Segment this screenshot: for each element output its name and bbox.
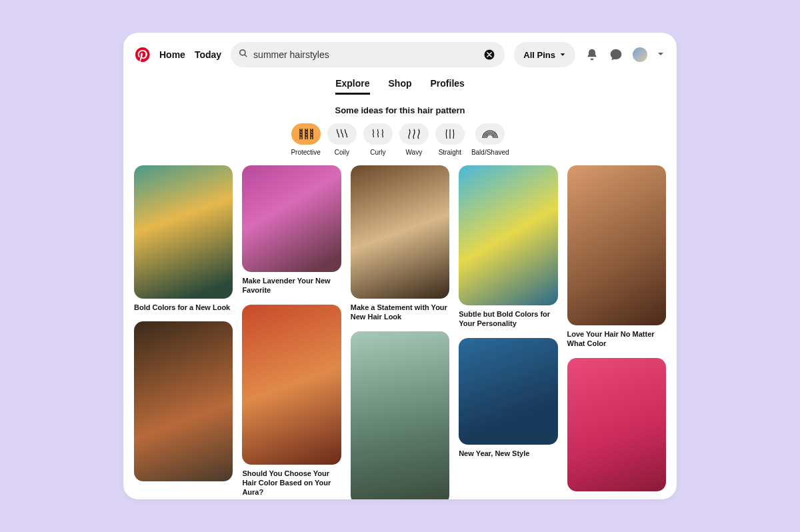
notifications-icon[interactable] xyxy=(585,47,599,62)
pin-title: Make Lavender Your New Favorite xyxy=(242,276,341,295)
clear-search-icon[interactable] xyxy=(482,47,497,62)
pattern-chip xyxy=(475,123,505,145)
pin[interactable]: Love Your Hair No Matter What Color xyxy=(567,165,666,349)
pattern-baldshaved[interactable]: Bald/Shaved xyxy=(471,123,509,156)
pin-title: Love Your Hair No Matter What Color xyxy=(567,329,666,349)
pin-image xyxy=(242,165,341,272)
topbar: Home Today All Pins xyxy=(123,33,677,74)
search-icon xyxy=(239,49,248,61)
search-tabs: Explore Shop Profiles xyxy=(123,78,677,95)
pattern-chip xyxy=(291,123,321,145)
pin-title: Make a Statement with Your New Hair Look xyxy=(351,303,449,322)
pin-image xyxy=(567,165,666,325)
pin-image xyxy=(134,321,233,481)
pin-image xyxy=(242,305,341,465)
pattern-label: Curly xyxy=(370,149,385,156)
pinterest-logo-icon[interactable] xyxy=(135,47,150,62)
pin[interactable]: Make Lavender Your New Favorite xyxy=(242,165,341,295)
pin[interactable] xyxy=(134,321,233,481)
svg-line-1 xyxy=(245,55,247,57)
pin[interactable]: Subtle but Bold Colors for Your Personal… xyxy=(459,165,557,329)
pin-grid: Bold Colors for a New LookMake Lavender … xyxy=(134,165,666,499)
messages-icon[interactable] xyxy=(609,47,623,62)
pattern-straight[interactable]: Straight xyxy=(435,123,465,156)
pattern-label: Wavy xyxy=(406,149,423,156)
pin-image xyxy=(134,165,233,299)
pin-image xyxy=(567,358,666,491)
pin-image xyxy=(351,165,449,299)
search-bar[interactable] xyxy=(231,42,505,67)
pattern-curly[interactable]: Curly xyxy=(363,123,393,156)
pattern-label: Straight xyxy=(439,149,461,156)
pattern-chip xyxy=(363,123,393,145)
section-subtitle: Some ideas for this hair pattern xyxy=(123,105,677,115)
svg-point-0 xyxy=(240,50,245,55)
pin[interactable]: Should You Choose Your Hair Color Based … xyxy=(242,305,341,497)
pin[interactable]: Make a Statement with Your New Hair Look xyxy=(351,165,449,322)
pin-title: Bold Colors for a New Look xyxy=(134,303,233,312)
app-window: Home Today All Pins Explore Shop xyxy=(123,33,677,499)
pattern-coily[interactable]: Coily xyxy=(327,123,357,156)
pin[interactable]: Bold Colors for a New Look xyxy=(134,165,233,312)
pin[interactable] xyxy=(567,358,666,491)
tab-profiles[interactable]: Profiles xyxy=(431,78,465,95)
results-area: Bold Colors for a New LookMake Lavender … xyxy=(123,165,677,499)
nav-today[interactable]: Today xyxy=(195,49,221,60)
pattern-label: Protective xyxy=(291,149,320,156)
pattern-chip xyxy=(327,123,357,145)
pin-title: Should You Choose Your Hair Color Based … xyxy=(242,469,341,497)
pin[interactable] xyxy=(351,331,449,499)
chevron-down-icon xyxy=(559,51,566,58)
nav-home[interactable]: Home xyxy=(159,49,185,60)
pin-image xyxy=(459,338,557,445)
filter-all-pins[interactable]: All Pins xyxy=(514,42,575,67)
avatar[interactable] xyxy=(633,47,647,62)
pattern-chip xyxy=(435,123,465,145)
hair-pattern-filters: ProtectiveCoilyCurlyWavyStraightBald/Sha… xyxy=(123,123,677,156)
tab-explore[interactable]: Explore xyxy=(335,78,369,95)
pin-image xyxy=(351,331,449,499)
pattern-chip xyxy=(399,123,429,145)
account-chevron-icon[interactable] xyxy=(657,49,665,61)
pattern-wavy[interactable]: Wavy xyxy=(399,123,429,156)
pin-image xyxy=(459,165,557,305)
pin-title: Subtle but Bold Colors for Your Personal… xyxy=(459,309,557,329)
pin[interactable]: New Year, New Style xyxy=(459,338,557,458)
pattern-label: Coily xyxy=(335,149,349,156)
search-input[interactable] xyxy=(253,49,482,60)
filter-label: All Pins xyxy=(523,50,555,60)
tab-shop[interactable]: Shop xyxy=(389,78,412,95)
pin-title: New Year, New Style xyxy=(459,449,557,458)
pattern-protective[interactable]: Protective xyxy=(291,123,320,156)
pattern-label: Bald/Shaved xyxy=(471,149,509,156)
